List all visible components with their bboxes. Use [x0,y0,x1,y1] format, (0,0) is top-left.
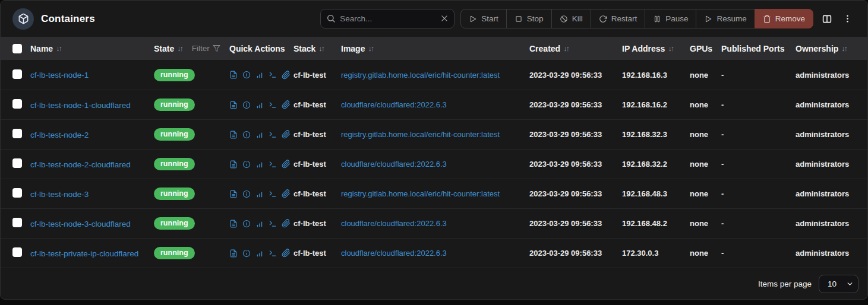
column-header-created[interactable]: Created ↓↑ [529,44,622,53]
stats-icon[interactable] [255,131,264,139]
column-header-ownership[interactable]: Ownership ↓↑ [796,44,867,53]
select-all-checkbox[interactable] [12,44,22,53]
row-checkbox[interactable] [12,99,22,109]
column-header-state[interactable]: State ↓↑ Filter [154,44,229,53]
column-header-ip-address[interactable]: IP Address ↓↑ [622,44,690,53]
columns-settings-icon[interactable] [819,11,835,27]
kill-button[interactable]: Kill [551,9,591,28]
page-size-select[interactable]: 10 [819,275,858,293]
column-header-image[interactable]: Image ↓↑ [341,44,529,53]
image-link[interactable]: cloudflare/cloudflared:2022.6.3 [341,100,447,109]
console-icon[interactable] [269,190,277,198]
attach-icon[interactable] [282,160,291,169]
quick-actions [229,249,293,258]
sort-icon[interactable]: ↓↑ [177,45,184,53]
attach-icon[interactable] [282,130,291,139]
container-cube-icon [12,8,34,30]
published-ports-cell: - [721,189,796,198]
trash-icon [763,15,771,23]
created-cell: 2023-03-29 09:56:33 [529,249,622,258]
image-link[interactable]: registry.gitlab.home.local/eric/hit-coun… [341,71,500,80]
image-link[interactable]: cloudflare/cloudflared:2022.6.3 [341,219,447,228]
inspect-icon[interactable] [242,160,251,169]
console-icon[interactable] [269,160,277,169]
kebab-menu-icon[interactable] [841,11,854,26]
row-checkbox[interactable] [12,129,22,138]
container-name-link[interactable]: cf-lb-test-node-2-cloudflared [30,160,131,169]
ownership-cell: administrators [796,160,867,169]
console-icon[interactable] [269,131,277,139]
logs-icon[interactable] [229,131,238,139]
sort-icon[interactable]: ↓↑ [318,45,325,53]
stats-icon[interactable] [255,220,264,228]
column-header-published-ports: Published Ports [721,44,796,53]
logs-icon[interactable] [229,71,238,79]
table-row: cf-lb-test-node-3 running cf-lb-test reg… [1,179,867,208]
ip-address-cell: 192.168.32.3 [622,130,690,139]
remove-button[interactable]: Remove [755,9,813,28]
console-icon[interactable] [269,101,277,109]
attach-icon[interactable] [282,219,291,228]
image-link[interactable]: cloudflare/cloudflared:2022.6.3 [341,160,447,169]
logs-icon[interactable] [229,220,238,228]
sort-icon[interactable]: ↓↑ [668,45,674,53]
stack-cell: cf-lb-test [293,130,341,139]
console-icon[interactable] [269,220,277,228]
console-icon[interactable] [269,71,277,79]
start-button[interactable]: Start [460,9,507,28]
inspect-icon[interactable] [242,101,251,109]
console-icon[interactable] [269,249,277,258]
sort-icon[interactable]: ↓↑ [368,45,374,53]
inspect-icon[interactable] [242,131,251,139]
ip-address-cell: 192.168.16.2 [622,100,690,109]
restart-button[interactable]: Restart [591,9,646,28]
logs-icon[interactable] [229,160,238,169]
logs-icon[interactable] [229,249,238,258]
container-name-link[interactable]: cf-lb-test-node-3-cloudflared [30,220,131,228]
row-checkbox[interactable] [12,218,22,227]
container-name-link[interactable]: cf-lb-test-private-ip-cloudflared [30,249,138,258]
sort-icon[interactable]: ↓↑ [841,45,848,53]
image-link[interactable]: registry.gitlab.home.local/eric/hit-coun… [341,189,500,198]
stats-icon[interactable] [255,190,264,198]
image-link[interactable]: registry.gitlab.home.local/eric/hit-coun… [341,130,500,139]
row-checkbox[interactable] [12,69,22,79]
container-name-link[interactable]: cf-lb-test-node-3 [30,190,89,199]
stop-button[interactable]: Stop [506,9,552,28]
attach-icon[interactable] [282,189,291,198]
row-checkbox[interactable] [12,158,22,168]
inspect-icon[interactable] [242,220,251,228]
inspect-icon[interactable] [242,190,251,198]
attach-icon[interactable] [282,249,291,258]
page-title: Containers [41,13,95,25]
sort-icon[interactable]: ↓↑ [563,45,570,53]
row-checkbox[interactable] [12,188,22,198]
image-link[interactable]: cloudflare/cloudflared:2022.6.3 [341,249,447,258]
quick-actions [229,189,293,198]
container-name-link[interactable]: cf-lb-test-node-1 [30,71,89,80]
stats-icon[interactable] [255,249,264,258]
resume-button[interactable]: Resume [696,9,755,28]
attach-icon[interactable] [282,100,291,109]
sort-icon[interactable]: ↓↑ [56,45,62,53]
column-header-gpus: GPUs [690,44,721,53]
column-header-stack[interactable]: Stack ↓↑ [293,44,341,53]
restart-icon [599,15,607,23]
logs-icon[interactable] [229,101,238,109]
logs-icon[interactable] [229,190,238,198]
pause-button[interactable]: Pause [645,9,696,28]
inspect-icon[interactable] [242,249,251,258]
clear-search-icon[interactable] [440,14,449,23]
container-name-link[interactable]: cf-lb-test-node-1-cloudflared [30,101,131,110]
inspect-icon[interactable] [242,71,251,79]
state-filter[interactable]: Filter [192,44,220,53]
row-checkbox[interactable] [12,247,22,257]
stats-icon[interactable] [255,101,264,109]
search-input[interactable] [320,9,454,28]
attach-icon[interactable] [282,71,291,80]
play-icon [469,15,477,23]
stats-icon[interactable] [255,71,264,79]
column-header-name[interactable]: Name ↓↑ [30,44,154,53]
container-name-link[interactable]: cf-lb-test-node-2 [30,131,89,139]
stats-icon[interactable] [255,160,264,169]
